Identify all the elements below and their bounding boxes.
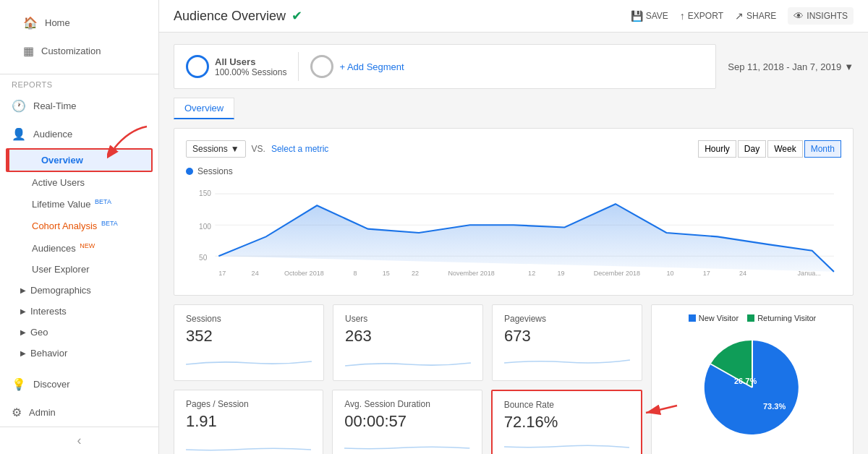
share-button[interactable]: ↗ SHARE (735, 10, 776, 22)
save-button[interactable]: 💾 SAVE (631, 10, 668, 22)
svg-text:24: 24 (252, 270, 259, 277)
pie-legend: New Visitor Returning Visitor (689, 314, 817, 322)
pageviews-card: Pageviews 673 (492, 304, 642, 381)
sidebar-item-realtime[interactable]: 🕐 Real-Time (0, 92, 158, 120)
month-btn[interactable]: Month (804, 140, 841, 158)
sidebar-item-active-users[interactable]: Active Users (0, 172, 158, 193)
pie-chart-svg: 26.7% 73.3% (694, 330, 810, 445)
metric-label: Sessions (192, 144, 228, 154)
users-card-value: 263 (345, 327, 471, 346)
hourly-btn[interactable]: Hourly (698, 140, 736, 158)
select-metric-link[interactable]: Select a metric (271, 144, 328, 154)
pie-chart-section: New Visitor Returning Visitor (651, 304, 854, 454)
export-button[interactable]: ↑ EXPORT (680, 10, 723, 22)
sidebar-item-user-explorer[interactable]: User Explorer (0, 259, 158, 280)
sessions-card-label: Sessions (186, 314, 312, 324)
insights-button[interactable]: 👁 INSIGHTS (788, 7, 854, 25)
metric-selector: Sessions ▼ VS. Select a metric (186, 140, 328, 158)
insights-label: INSIGHTS (807, 11, 848, 21)
home-icon: 🏠 (23, 16, 38, 30)
avg-session-card: Avg. Session Duration 00:00:57 (332, 390, 482, 454)
date-range-text: Sep 11, 2018 - Jan 7, 2019 (728, 61, 841, 72)
behavior-label: Behavior (30, 348, 67, 359)
sessions-legend-dot (186, 168, 193, 175)
customization-icon: ▦ (23, 44, 34, 58)
arrow-behavior: ▶ (20, 349, 26, 357)
overview-label: Overview (41, 155, 83, 166)
sessions-sparkline (186, 350, 312, 372)
svg-text:December 2018: December 2018 (594, 270, 640, 277)
returning-visitor-label: Returning Visitor (757, 314, 816, 322)
pages-session-label: Pages / Session (186, 399, 311, 409)
add-segment-btn[interactable]: + Add Segment (310, 55, 404, 78)
svg-text:19: 19 (557, 270, 564, 277)
avg-session-sparkline (344, 435, 469, 454)
sidebar-customization-label: Customization (41, 46, 101, 56)
svg-text:Janua...: Janua... (798, 270, 821, 277)
sidebar-item-geo[interactable]: ▶ Geo (0, 322, 158, 343)
active-users-label: Active Users (32, 177, 85, 188)
discover-icon: 💡 (12, 377, 26, 391)
add-segment-circle (310, 55, 333, 78)
users-sparkline (345, 350, 471, 372)
bottom-row: Sessions 352 Users 263 (174, 304, 854, 454)
sidebar-item-home[interactable]: 🏠 Home (12, 9, 147, 37)
sidebar-item-discover[interactable]: 💡 Discover (0, 370, 158, 398)
audience-label: Audience (33, 129, 72, 140)
segment-bar: All Users 100.00% Sessions + Add Segment (174, 44, 716, 89)
svg-text:150: 150 (199, 189, 211, 197)
sessions-dropdown[interactable]: Sessions ▼ (186, 140, 246, 158)
bounce-rate-value: 72.16% (504, 413, 629, 432)
date-range[interactable]: Sep 11, 2018 - Jan 7, 2019 ▼ (728, 61, 854, 72)
sidebar-item-admin[interactable]: ⚙ Admin (0, 398, 158, 427)
pageviews-sparkline (504, 350, 630, 372)
blue-pct-text: 73.3% (763, 402, 786, 411)
new-visitor-label: New Visitor (699, 314, 739, 322)
sidebar-collapse-button[interactable]: ‹ (0, 427, 158, 454)
pageviews-card-value: 673 (504, 327, 630, 346)
sidebar-item-interests[interactable]: ▶ Interests (0, 301, 158, 322)
reports-section-label: REPORTS (0, 74, 158, 92)
verified-icon: ✔ (292, 8, 302, 24)
week-btn[interactable]: Week (767, 140, 802, 158)
green-pct-text: 26.7% (734, 377, 757, 385)
segment-text: All Users 100.00% Sessions (215, 56, 286, 77)
tab-overview[interactable]: Overview (174, 98, 234, 119)
sidebar-item-audience[interactable]: 👤 Audience (0, 120, 158, 148)
page-title-text: Audience Overview (174, 9, 286, 24)
avg-session-value: 00:00:57 (344, 412, 469, 431)
bounce-rate-card: Bounce Rate 72.16% (491, 390, 642, 454)
export-icon: ↑ (680, 10, 685, 22)
svg-text:15: 15 (383, 270, 390, 277)
users-card-label: Users (345, 314, 471, 324)
sessions-legend-label: Sessions (197, 166, 233, 176)
share-icon: ↗ (735, 10, 744, 22)
sidebar-item-cohort[interactable]: Cohort Analysis BETA (0, 215, 158, 236)
chart-legend: Sessions (186, 166, 841, 176)
export-label: EXPORT (688, 11, 723, 21)
all-users-segment[interactable]: All Users 100.00% Sessions (186, 55, 286, 78)
topbar: Audience Overview ✔ 💾 SAVE ↑ EXPORT ↗ SH… (159, 0, 868, 33)
sidebar-item-lifetime-value[interactable]: Lifetime Value BETA (0, 193, 158, 215)
sessions-card-value: 352 (186, 327, 312, 346)
segment-circle (186, 55, 209, 78)
svg-text:24: 24 (739, 270, 746, 277)
sidebar-item-overview[interactable]: Overview (7, 150, 151, 171)
arrow-demographics: ▶ (20, 286, 26, 294)
vs-label: VS. (252, 144, 265, 154)
save-icon: 💾 (631, 10, 643, 22)
main-chart-svg: 150 100 50 (186, 182, 841, 283)
sessions-card: Sessions 352 (174, 304, 324, 381)
bounce-rate-sparkline (504, 436, 629, 454)
add-segment-text[interactable]: + Add Segment (339, 61, 404, 72)
sidebar-item-behavior[interactable]: ▶ Behavior (0, 343, 158, 364)
day-btn[interactable]: Day (738, 140, 766, 158)
sidebar-item-customization[interactable]: ▦ Customization (12, 37, 147, 65)
all-users-label: All Users (215, 56, 286, 67)
sidebar-item-demographics[interactable]: ▶ Demographics (0, 280, 158, 301)
bounce-rate-label: Bounce Rate (504, 400, 629, 410)
overview-box: Overview (6, 148, 153, 172)
sidebar-item-audiences[interactable]: Audiences NEW (0, 237, 158, 259)
tab-bar: Overview (174, 98, 854, 119)
topbar-actions: 💾 SAVE ↑ EXPORT ↗ SHARE 👁 INSIGHTS (631, 7, 854, 25)
